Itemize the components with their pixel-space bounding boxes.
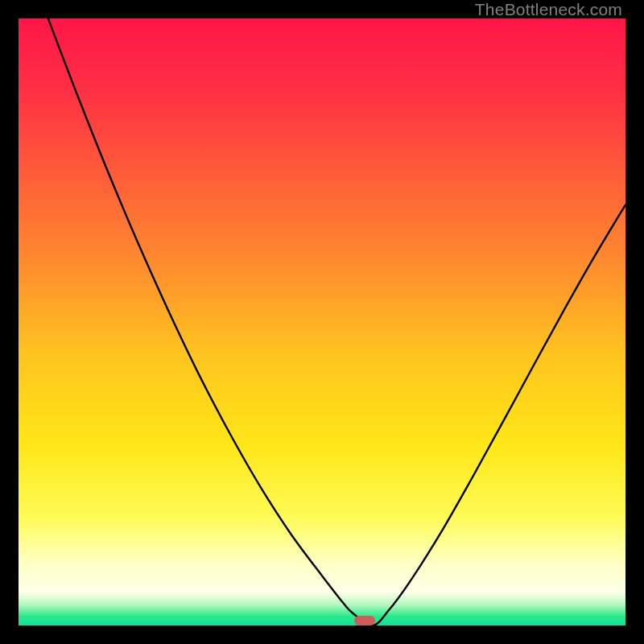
gradient-background	[19, 19, 625, 625]
svg-rect-0	[19, 19, 625, 625]
watermark-text: TheBottleneck.com	[475, 0, 622, 19]
optimal-marker	[354, 616, 375, 625]
chart-frame	[19, 19, 625, 625]
